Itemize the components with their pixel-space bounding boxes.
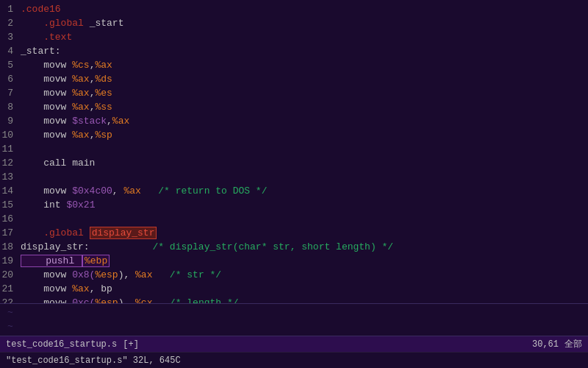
code-line: 14 movw $0x4c00, %ax /* return to DOS */ xyxy=(0,185,588,199)
bottom-bar: "test_code16_startup.s" 32L, 645C xyxy=(0,352,588,368)
code-line: 20 movw 0x8(%esp), %ax /* str */ xyxy=(0,269,588,283)
code-line: 8 movw %ax,%ss xyxy=(0,101,588,115)
code-line: 21 movw %ax, bp xyxy=(0,283,588,297)
scroll-position: 全部 xyxy=(564,338,582,350)
code-line: 15 int $0x21 xyxy=(0,199,588,213)
code-line: 10 movw %ax,%sp xyxy=(0,129,588,143)
code-line: 7 movw %ax,%es xyxy=(0,87,588,101)
tilde-line: ~ xyxy=(0,306,588,320)
code-line: 11 xyxy=(0,143,588,157)
code-line: 18display_str: /* display_str(char* str,… xyxy=(0,241,588,255)
code-line: 17 .global display_str xyxy=(0,227,588,241)
position: 30,61 xyxy=(532,339,559,350)
tilde-line: ~ xyxy=(0,320,588,334)
code-line: 22 movw 0xc(%esp), %cx /* length */ xyxy=(0,297,588,303)
code-line: 19 pushl %ebp xyxy=(0,255,588,269)
code-line: 16 xyxy=(0,213,588,227)
code-line: 1.code16 xyxy=(0,3,588,17)
code-line: 13 xyxy=(0,171,588,185)
bottom-status: "test_code16_startup.s" 32L, 645C xyxy=(6,355,181,366)
status-bar: test_code16_startup.s [+] 30,61 全部 xyxy=(0,336,588,352)
modified-indicator: [+] xyxy=(123,339,139,350)
code-line: 5 movw %cs,%ax xyxy=(0,59,588,73)
code-line: 4_start: xyxy=(0,45,588,59)
code-line: 6 movw %ax,%ds xyxy=(0,73,588,87)
filename: test_code16_startup.s xyxy=(6,339,117,350)
code-line: 12 call main xyxy=(0,157,588,171)
code-line: 3 .text xyxy=(0,31,588,45)
code-line: 9 movw $stack,%ax xyxy=(0,115,588,129)
code-line: 2 .global _start xyxy=(0,17,588,31)
editor-area: 1.code162 .global _start3 .text4_start:5… xyxy=(0,0,588,336)
